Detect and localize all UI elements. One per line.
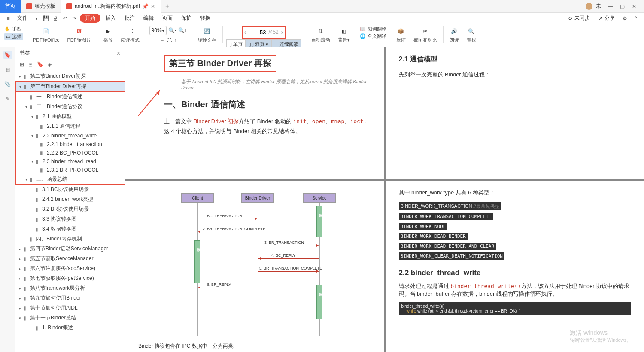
page-input[interactable] xyxy=(249,29,266,36)
tool-autoscroll[interactable]: ⇅自动滚动 xyxy=(309,26,333,44)
zoom-select[interactable]: 90% ▾ xyxy=(149,26,167,35)
bookmark-item[interactable]: ▾▮2.1 通信模型 xyxy=(16,112,125,121)
tool-compress[interactable]: 📦压缩 xyxy=(394,26,408,44)
bm-expand-icon[interactable]: ⊞ xyxy=(20,61,24,67)
tool-read[interactable]: 🔊朗读 xyxy=(447,26,462,44)
bookmark-item[interactable]: ▸▮第六节注册服务(addService) xyxy=(15,264,125,273)
bm-nav-icon[interactable]: ◈ xyxy=(48,61,52,67)
bookmark-item[interactable]: ▾▮2.3 binder_thread_read xyxy=(16,157,125,166)
bookmark-item[interactable]: ▾▮第三节Binder Driver再探 xyxy=(16,82,125,91)
bookmark-item[interactable]: ▮2.2.1 binder_transaction xyxy=(16,140,125,149)
tool-readmode[interactable]: ⛶阅读模式 xyxy=(118,26,142,44)
tool-screenshot[interactable]: ✂截图和对比 xyxy=(411,26,440,44)
sync-status[interactable]: ⟳ 未同步 xyxy=(566,14,592,23)
bookmark-item[interactable]: ▸▮第九节如何使用Binder xyxy=(15,293,125,303)
doc-h3: 2.1 通信模型 xyxy=(399,55,632,64)
signature-panel-icon[interactable]: ✎ xyxy=(3,94,12,103)
bookmark-item[interactable]: ▮2.2.2 BC_PROTOCOL xyxy=(16,149,125,157)
doc-h2: 一、Binder 通信简述 xyxy=(164,99,371,110)
bookmark-item[interactable]: ▾▮三、场景总结 xyxy=(16,174,125,184)
tab-close-icon[interactable]: ✕ xyxy=(150,4,155,9)
print-icon[interactable]: 🖨 xyxy=(52,15,59,22)
bookmark-item[interactable]: ▮3.3 协议转换图 xyxy=(15,214,125,224)
menu-start[interactable]: 开始 xyxy=(80,14,100,23)
bookmark-item[interactable]: ▸▮第四节Binder启动ServiceManager xyxy=(15,244,125,254)
bookmark-panel-icon[interactable]: 🔖 xyxy=(3,51,12,59)
close-icon[interactable]: ✕ xyxy=(629,2,640,11)
bookmark-item[interactable]: ▾▮2.2 binder_thread_write xyxy=(16,131,125,140)
tab-pin-icon[interactable]: 📌 xyxy=(143,4,148,9)
tool-find[interactable]: 🔍查找 xyxy=(464,26,479,44)
bm-add-icon[interactable]: 🔖 xyxy=(37,61,43,67)
bookmark-item[interactable]: ▮2.4.2 binder_work类型 xyxy=(15,194,125,204)
user-name[interactable]: 未 xyxy=(596,3,601,10)
svg-line-0 xyxy=(138,90,160,116)
fit-height-icon[interactable]: ↕ xyxy=(174,38,177,43)
menu-protect[interactable]: 保护 xyxy=(178,14,195,23)
tool-play[interactable]: ▶播放 xyxy=(101,26,115,44)
pdf-page: 其中 binder_work.type 共有 6 种类型： BINDER_WOR… xyxy=(386,181,644,352)
redo-icon[interactable]: ↷ xyxy=(70,15,78,22)
bookmarks-close-icon[interactable]: ✕ xyxy=(116,50,121,56)
share-button[interactable]: ↗ 分享 xyxy=(596,14,617,23)
tool-pdf2pic[interactable]: 🖼PDF转图片 xyxy=(65,26,94,44)
bookmarks-panel: 书签 ✕ ⊞ ⊟ 🔖 ◈ ▸▮第二节Binder Driver初探 ▾▮第三节B… xyxy=(15,47,125,352)
fit-width-icon[interactable]: ↔ xyxy=(160,38,164,43)
tab-pdf[interactable]: android fr...精编内核解析.pdf📌✕ xyxy=(61,0,161,13)
save-icon[interactable]: 💾 xyxy=(42,15,50,22)
bookmark-item[interactable]: ▾▮二、Binder通信协议 xyxy=(16,102,125,112)
menu-icon[interactable]: ≡ xyxy=(4,15,12,22)
max-icon[interactable]: ▢ xyxy=(617,2,628,11)
prev-page-icon[interactable]: ‹ xyxy=(244,29,246,36)
bookmark-item[interactable]: ▸▮第八节framework层分析 xyxy=(15,283,125,293)
undo-icon[interactable]: ↶ xyxy=(61,15,69,22)
tool-wordtrans[interactable]: 📖 划词翻译 xyxy=(360,26,386,32)
bookmark-item[interactable]: ▸▮第五节获取ServiceManager xyxy=(15,254,125,264)
bookmark-item[interactable]: ▾▮第十一节Binder总结 xyxy=(15,313,125,323)
tab-home[interactable]: 首页 xyxy=(0,0,21,13)
bookmark-item[interactable]: ▮2.1.1 通信过程 xyxy=(16,121,125,131)
menu-edit[interactable]: 编辑 xyxy=(140,14,157,23)
next-page-icon[interactable]: › xyxy=(281,29,283,36)
tool-rotate[interactable]: 🔄旋转文档 xyxy=(195,26,219,44)
collapse-icon[interactable]: ⌃ xyxy=(632,15,640,22)
tool-select[interactable]: ▭ 选择 xyxy=(4,33,23,40)
attachment-panel-icon[interactable]: 📎 xyxy=(3,80,12,88)
tool-background[interactable]: ◧背景▾ xyxy=(335,26,352,44)
tab-template[interactable]: 稿壳模板 xyxy=(21,0,61,13)
tool-hand[interactable]: ✋ 手型 xyxy=(4,26,23,32)
bookmarks-tree[interactable]: ▸▮第二节Binder Driver初探 ▾▮第三节Binder Driver再… xyxy=(15,70,125,352)
bookmark-item[interactable]: ▸▮第二节Binder Driver初探 xyxy=(15,71,125,81)
menu-annotate[interactable]: 批注 xyxy=(121,14,138,23)
bookmark-item[interactable]: ▸▮第七节获取服务(getService) xyxy=(15,273,125,283)
bookmark-item[interactable]: ▮四、Binder内存机制 xyxy=(15,234,125,244)
bookmark-item[interactable]: ▮3.1 BC协议使用场景 xyxy=(15,185,125,194)
tab-add[interactable]: + xyxy=(161,0,173,13)
document-view[interactable]: 第三节 Binder Driver 再探 基于 Android 6.0 的源码剖… xyxy=(125,47,644,352)
seq-sleep-bar: 休眠 xyxy=(316,285,322,319)
bm-collapse-icon[interactable]: ⊟ xyxy=(28,61,33,67)
thumbnail-panel-icon[interactable]: ▦ xyxy=(3,65,12,74)
menu-file[interactable]: 文件 xyxy=(14,14,31,23)
avatar[interactable] xyxy=(586,3,592,10)
bookmark-item[interactable]: ▮1. Binder概述 xyxy=(15,323,125,333)
menu-insert[interactable]: 插入 xyxy=(102,14,119,23)
tool-pdf2office[interactable]: 📄PDF转Office xyxy=(30,26,62,44)
menu-convert[interactable]: 转换 xyxy=(197,14,214,23)
tool-fulltrans[interactable]: 🌐 全文翻译 xyxy=(360,33,386,39)
bookmark-item[interactable]: ▮2.3.1 BR_PROTOCOL xyxy=(16,166,125,174)
menu-page[interactable]: 页面 xyxy=(159,14,176,23)
settings-icon[interactable]: ⚙ xyxy=(621,15,629,22)
min-icon[interactable]: — xyxy=(605,2,616,11)
bookmark-item[interactable]: ▮3.4 数据转换图 xyxy=(15,224,125,234)
windows-watermark: 激活 Windows 转到"设置"以激活 Windows。 xyxy=(570,329,632,343)
bookmark-item[interactable]: ▸▮第十节如何使用AIDL xyxy=(15,303,125,313)
bookmark-item[interactable]: ▮3.2 BR协议使用场景 xyxy=(15,204,125,214)
doc-paragraph: 其中 binder_work.type 共有 6 种类型： xyxy=(399,189,632,197)
zoom-out-icon[interactable]: 🔍- xyxy=(168,27,176,33)
zoom-in-icon[interactable]: 🔍+ xyxy=(178,27,188,33)
chevron-down-icon[interactable]: ▾ xyxy=(33,15,40,22)
doc-paragraph: 上一篇文章 Binder Driver 初探介绍了 Binder 驱动的 ini… xyxy=(164,116,371,137)
fit-page-icon[interactable]: ⛶ xyxy=(167,38,172,43)
bookmark-item[interactable]: ▮一、Binder通信简述 xyxy=(16,92,125,102)
